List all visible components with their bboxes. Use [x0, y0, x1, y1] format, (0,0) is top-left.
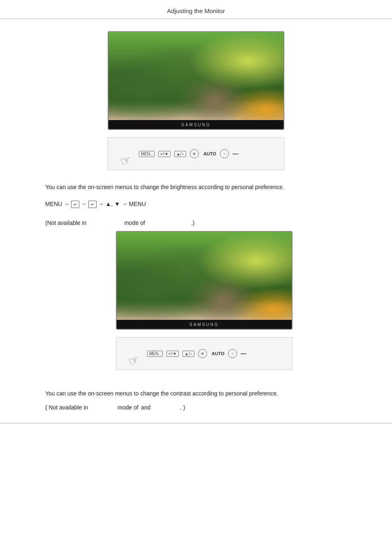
ctrl-div4-2 — [208, 352, 211, 356]
ctrl-div6 — [230, 152, 231, 156]
ctrl-power-icon-2: ○ — [228, 349, 237, 358]
second-mode-of: mode of — [118, 404, 138, 411]
page-header: Adjusting the Monitor — [0, 0, 392, 19]
first-control-bar-wrap: ☞ MEN.. ↵/▼ ▲/○ ⊕ AUTO ○ — — [45, 137, 347, 170]
ctrl-power-icon: ○ — [220, 149, 229, 158]
page-title: Adjusting the Monitor — [167, 7, 225, 14]
page-wrapper: Adjusting the Monitor SAMSUNG ☞ MEN.. ↵/… — [0, 0, 392, 423]
ctrl-menu-2: MEN.. — [147, 351, 163, 357]
hand-cursor-icon: ☞ — [118, 152, 134, 169]
first-control-bar: ☞ MEN.. ↵/▼ ▲/○ ⊕ AUTO ○ — — [108, 137, 284, 170]
ctrl-div5 — [217, 152, 219, 156]
ctrl-enter-down-2: ↵/▼ — [166, 351, 179, 357]
mode-of-text: mode of — [124, 220, 145, 226]
second-control-bar-wrap: ☞ MEN.. ↵/▼ ▲/○ ⊕ AUTO ○ — [62, 337, 347, 370]
garden-photo-2 — [117, 232, 292, 329]
first-description-text: You can use the on-screen menus to chang… — [45, 184, 284, 190]
ctrl-menu: MEN.. — [139, 151, 154, 157]
ctrl-grid-icon-2: ⊕ — [198, 349, 207, 358]
second-and: and — [141, 404, 150, 411]
ctrl-minus-icon-2: — — [241, 350, 247, 357]
ctrl-div2 — [172, 152, 173, 156]
monitor-brand-bar-2: SAMSUNG — [117, 320, 292, 329]
garden-photo — [108, 32, 284, 129]
ctrl-div6-2 — [238, 352, 240, 356]
not-available-suffix: .) — [191, 220, 195, 226]
menu-path: MENU → ↵ → ↵ → ▲, ▼ → MENU — [45, 201, 347, 208]
ctrl-up-circle-2: ▲/○ — [182, 351, 194, 357]
ctrl-auto-label: AUTO — [203, 151, 216, 156]
first-monitor-screen: SAMSUNG — [108, 31, 284, 130]
control-items-2: MEN.. ↵/▼ ▲/○ ⊕ AUTO ○ — — [147, 349, 247, 358]
ctrl-div4 — [200, 152, 203, 156]
ctrl-div5-2 — [226, 352, 227, 356]
second-description: You can use the on-screen menus to chang… — [45, 389, 347, 398]
ctrl-div3 — [187, 152, 189, 156]
ctrl-grid-icon: ⊕ — [190, 149, 199, 158]
ctrl-div2-2 — [180, 352, 181, 356]
monitor-brand-text-2: SAMSUNG — [189, 322, 219, 327]
bottom-section: You can use the on-screen menus to chang… — [45, 382, 347, 410]
first-not-available-row: (Not available in mode of .) — [45, 220, 347, 226]
second-not-available-prefix: ( Not available in — [45, 404, 88, 411]
control-items: MEN.. ↵/▼ ▲/○ ⊕ AUTO ○ — — [139, 149, 238, 158]
ctrl-up-circle: ▲/○ — [174, 151, 186, 157]
ctrl-div3-2 — [196, 352, 197, 356]
ctrl-auto-label-2: AUTO — [212, 351, 224, 356]
not-available-prefix: (Not available in — [45, 220, 86, 226]
second-not-available-row: ( Not available in mode of and . ) — [45, 404, 347, 411]
hand-cursor-icon-2: ☞ — [127, 352, 142, 369]
first-description: You can use the on-screen menus to chang… — [45, 183, 347, 192]
bottom-divider — [0, 423, 392, 423]
second-section-indent: SAMSUNG ☞ MEN.. ↵/▼ ▲/○ ⊕ — [45, 231, 347, 370]
second-not-available-suffix: . ) — [180, 404, 185, 411]
first-monitor-image-wrap: SAMSUNG — [45, 31, 347, 130]
second-control-bar: ☞ MEN.. ↵/▼ ▲/○ ⊕ AUTO ○ — [116, 337, 293, 370]
second-monitor-screen: SAMSUNG — [116, 231, 293, 330]
main-content: SAMSUNG ☞ MEN.. ↵/▼ ▲/○ ⊕ AUTO — [0, 31, 392, 411]
ctrl-enter-down: ↵/▼ — [158, 151, 171, 157]
monitor-brand-bar: SAMSUNG — [108, 120, 284, 129]
ctrl-div1 — [156, 152, 157, 156]
monitor-brand-text: SAMSUNG — [181, 123, 211, 127]
second-monitor-image-wrap: SAMSUNG — [62, 231, 347, 330]
ctrl-div1-2 — [164, 352, 165, 356]
ctrl-minus-icon: — — [233, 150, 238, 157]
second-description-text: You can use the on-screen menus to chang… — [45, 390, 278, 397]
menu-path-text: MENU → ↵ → ↵ → ▲, ▼ → MENU — [45, 201, 146, 208]
